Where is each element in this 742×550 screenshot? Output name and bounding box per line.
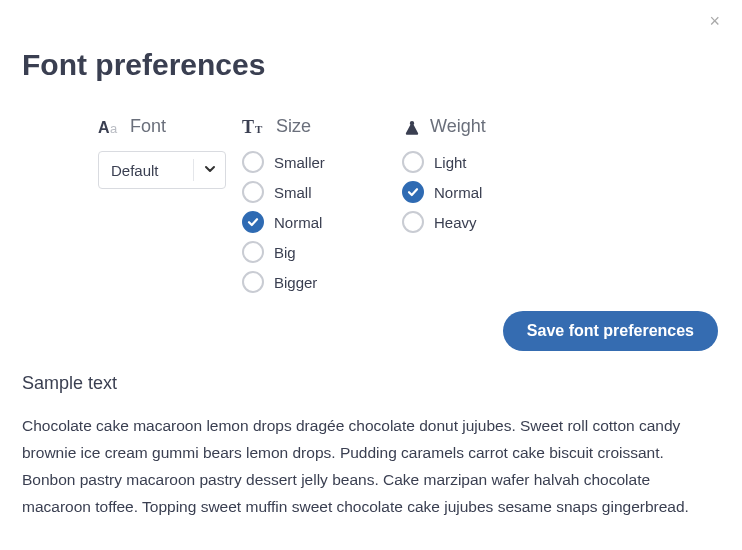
radio-unchecked-icon [402,151,424,173]
radio-label: Heavy [434,214,477,231]
radio-unchecked-icon [242,241,264,263]
svg-text:A: A [98,119,110,136]
font-select[interactable]: Default [98,151,226,189]
radio-checked-icon [242,211,264,233]
save-button[interactable]: Save font preferences [503,311,718,351]
radio-label: Normal [434,184,482,201]
font-icon: A a [98,118,122,136]
weight-label: Weight [430,116,486,137]
page-title: Font preferences [22,48,720,82]
radio-unchecked-icon [242,181,264,203]
radio-unchecked-icon [242,271,264,293]
radio-label: Bigger [274,274,317,291]
size-radio[interactable]: Smaller [242,151,402,173]
size-label: Size [276,116,311,137]
close-icon[interactable]: × [709,12,720,30]
sample-heading: Sample text [22,373,720,394]
radio-checked-icon [402,181,424,203]
size-radio[interactable]: Bigger [242,271,402,293]
radio-unchecked-icon [402,211,424,233]
radio-label: Smaller [274,154,325,171]
weight-radio[interactable]: Light [402,151,602,173]
radio-label: Big [274,244,296,261]
radio-label: Light [434,154,467,171]
text-size-icon: T T [242,118,268,136]
size-radio[interactable]: Big [242,241,402,263]
size-radio[interactable]: Small [242,181,402,203]
sample-text: Chocolate cake macaroon lemon drops drag… [22,412,720,521]
radio-label: Normal [274,214,322,231]
radio-label: Small [274,184,312,201]
weight-radio[interactable]: Heavy [402,211,602,233]
font-label: Font [130,116,166,137]
size-radio[interactable]: Normal [242,211,402,233]
svg-text:T: T [255,123,263,135]
weight-radio[interactable]: Normal [402,181,602,203]
radio-unchecked-icon [242,151,264,173]
weight-icon [402,119,422,135]
svg-text:T: T [242,118,254,136]
svg-text:a: a [110,121,118,136]
